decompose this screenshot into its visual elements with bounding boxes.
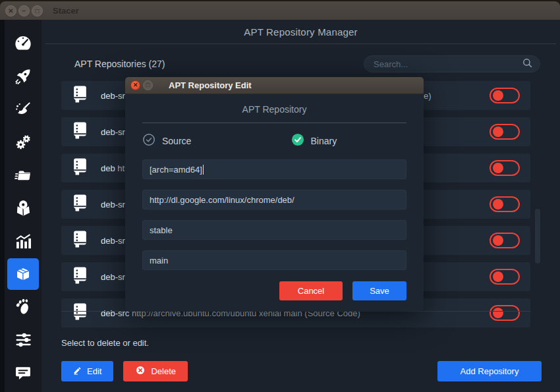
chat-bubble-icon (14, 364, 32, 382)
dialog-close-button[interactable]: ✕ (130, 80, 140, 90)
repository-book-icon (72, 121, 88, 142)
toggle-knob (493, 126, 503, 137)
component-field[interactable]: main (142, 250, 406, 270)
sidebar-item-resources[interactable] (7, 225, 39, 257)
list-scrollbar-thumb[interactable] (535, 209, 540, 264)
uri-field[interactable]: http://dl.google.com/linux/chrome/deb/ (142, 190, 406, 210)
running-folder-icon (14, 166, 32, 184)
sidebar-item-services[interactable] (7, 126, 39, 158)
page-title: APT Repository Manager (42, 20, 560, 38)
repository-book-icon (72, 266, 88, 287)
window-titlebar: ✕ − □ Stacer (0, 1, 560, 20)
window-maximize-button[interactable]: □ (32, 5, 43, 16)
save-button-label: Save (370, 286, 389, 296)
toggle-knob (493, 163, 503, 173)
sidebar-item-dashboard[interactable] (7, 28, 39, 59)
window-minimize-button[interactable]: − (18, 5, 30, 16)
repository-toggle[interactable] (490, 269, 520, 285)
dialog-title: APT Repository Edit (169, 80, 252, 90)
dialog-heading: APT Repository (142, 100, 406, 123)
binary-label: Binary (311, 136, 337, 146)
add-repository-button[interactable]: Add Repository (437, 361, 542, 381)
toggle-knob (493, 235, 503, 246)
add-repository-label: Add Repository (461, 366, 519, 376)
dashboard-icon (13, 34, 33, 53)
sidebar-item-gnome-settings[interactable] (7, 291, 39, 323)
toggle-knob (493, 271, 503, 282)
window-close-button[interactable]: ✕ (5, 5, 16, 16)
sidebar-item-settings[interactable] (7, 324, 39, 356)
repository-toggle[interactable] (490, 88, 520, 103)
rocket-icon (14, 67, 32, 86)
repository-toggle[interactable] (490, 305, 520, 321)
repository-book-icon (72, 85, 88, 106)
sliders-icon (14, 331, 32, 349)
gnome-foot-icon (14, 298, 32, 316)
repository-toggle[interactable] (490, 124, 520, 140)
source-option[interactable]: Source (142, 133, 275, 149)
apt-repository-edit-dialog: ✕ □ APT Repository Edit APT Repository S… (125, 77, 424, 311)
dialog-titlebar: ✕ □ APT Repository Edit (125, 77, 424, 94)
text-caret (203, 165, 204, 175)
repository-book-icon (72, 157, 88, 179)
dialog-maximize-button[interactable]: □ (143, 80, 153, 90)
uri-field-value: http://dl.google.com/linux/chrome/deb/ (150, 195, 294, 205)
repository-book-icon (72, 302, 88, 323)
repositories-count-label: APT Repositories (27) (74, 59, 165, 69)
save-button[interactable]: Save (352, 281, 406, 300)
sidebar-item-feedback[interactable] (7, 357, 39, 389)
footer-buttons: Edit Delete (61, 361, 188, 381)
package-disc-icon (14, 199, 32, 217)
toggle-knob (493, 308, 503, 318)
repository-book-icon (72, 230, 88, 251)
circle-x-icon (135, 365, 146, 378)
repo-type-options: Source Binary (142, 133, 406, 149)
pencil-icon (73, 366, 82, 377)
sidebar-item-uninstaller[interactable] (7, 192, 39, 224)
gears-icon (14, 133, 32, 152)
arch-field[interactable]: [arch=amd64] (142, 159, 406, 179)
footer-divider (61, 311, 530, 312)
edit-button[interactable]: Edit (61, 361, 113, 381)
repository-toggle[interactable] (490, 196, 520, 212)
binary-option[interactable]: Binary (275, 133, 407, 149)
edit-button-label: Edit (87, 366, 101, 376)
apt-repository-icon (13, 264, 33, 284)
sidebar-item-startup-apps[interactable] (7, 61, 39, 92)
window-title: Stacer (53, 6, 79, 16)
source-label: Source (162, 136, 191, 146)
search-icon[interactable] (522, 57, 533, 71)
repository-toggle[interactable] (490, 233, 520, 248)
sidebar-item-apt-repository-manager[interactable] (7, 258, 39, 290)
cancel-button[interactable]: Cancel (279, 281, 343, 300)
search-input[interactable] (374, 59, 522, 69)
selection-hint: Select to delete or edit. (61, 338, 149, 348)
dialog-actions: Cancel Save (142, 281, 406, 300)
search-box[interactable] (364, 55, 540, 72)
window-left-edge (0, 20, 5, 392)
distribution-field[interactable]: stable (142, 220, 406, 240)
dialog-body: APT Repository Source Bin (125, 94, 424, 311)
component-field-value: main (150, 256, 168, 266)
binary-check-icon (291, 133, 304, 149)
source-check-icon (142, 133, 155, 149)
distribution-field-value: stable (150, 225, 173, 235)
delete-button-label: Delete (151, 366, 176, 376)
repository-toggle[interactable] (490, 160, 520, 176)
sidebar (5, 20, 42, 392)
delete-button[interactable]: Delete (123, 361, 188, 381)
toggle-knob (493, 199, 503, 210)
toggle-knob (493, 90, 503, 101)
list-toolbar: APT Repositories (27) (42, 44, 560, 81)
chart-icon (14, 232, 32, 250)
broom-icon (14, 100, 32, 119)
sidebar-item-processes[interactable] (7, 159, 39, 191)
sidebar-item-system-cleaner[interactable] (7, 94, 39, 125)
repository-book-icon (72, 194, 88, 215)
arch-field-value: [arch=amd64] (150, 165, 202, 175)
cancel-button-label: Cancel (298, 286, 324, 296)
